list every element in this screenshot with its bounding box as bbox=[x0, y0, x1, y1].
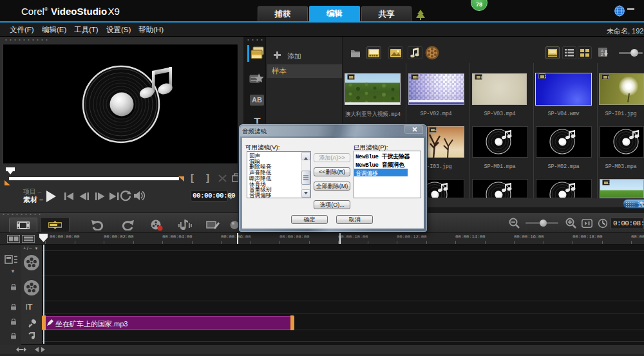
svg-text:Z: Z bbox=[601, 53, 603, 57]
svg-text:A: A bbox=[601, 49, 603, 53]
